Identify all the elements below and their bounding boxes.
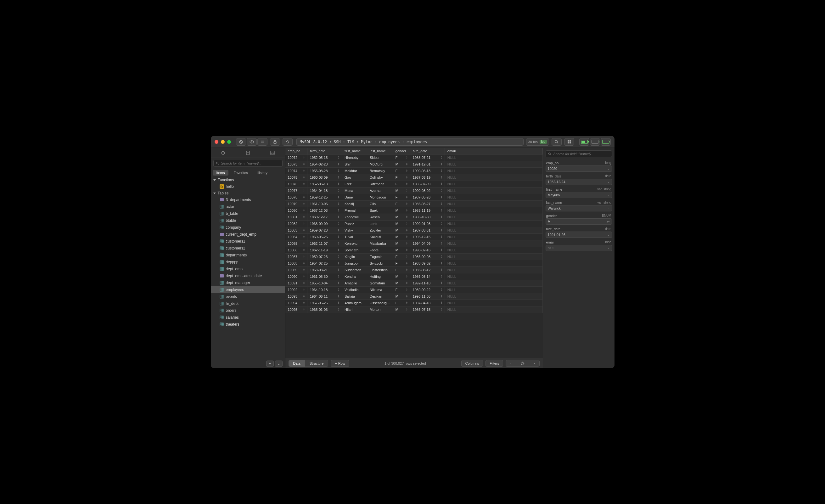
stepper-icon[interactable]: ▴▾ (338, 281, 339, 284)
table-cell[interactable]: 10086▴▾ (285, 247, 307, 254)
list-button[interactable] (257, 138, 268, 146)
stepper-icon[interactable]: ▴▾ (338, 262, 339, 265)
table-cell[interactable]: Erez (342, 181, 367, 188)
table-cell[interactable]: Baek (367, 207, 393, 214)
table-cell[interactable]: 1964-06-11▴▾ (307, 293, 342, 300)
stepper-icon[interactable]: ▴▾ (303, 281, 305, 284)
stepper-icon[interactable]: ▴▾ (303, 275, 305, 278)
stepper-icon[interactable]: ▴▾ (406, 209, 407, 212)
stepper-icon[interactable]: ▴▾ (406, 308, 407, 311)
minimize-window-button[interactable] (221, 140, 225, 144)
table-cell[interactable]: 1987-05-26▴▾ (410, 194, 445, 201)
table-cell[interactable]: 10078▴▾ (285, 194, 307, 201)
sidebar-search[interactable] (213, 160, 283, 167)
table-cell[interactable]: 1990-01-03▴▾ (410, 221, 445, 227)
stepper-icon[interactable]: ▴▾ (406, 241, 407, 245)
stepper-icon[interactable]: ▴▾ (303, 215, 305, 218)
data-grid[interactable]: emp_nobirth_datefirst_namelast_namegende… (285, 148, 543, 358)
table-cell[interactable]: 10074▴▾ (285, 168, 307, 174)
table-row[interactable]: 10082▴▾1963-09-09▴▾ParvizLortzM▴▾1990-01… (285, 221, 543, 227)
table-cell[interactable]: Azuma (367, 188, 393, 194)
table-cell[interactable]: 1989-09-22▴▾ (410, 287, 445, 293)
field-value-last_name[interactable]: Warwick⌄ (546, 205, 612, 211)
stepper-icon[interactable]: ▴▾ (303, 182, 305, 185)
add-row-button[interactable]: +Row (331, 360, 349, 367)
tree-item-hr_dept[interactable]: hr_dept (211, 300, 285, 307)
table-cell[interactable]: 1965-01-03▴▾ (307, 306, 342, 313)
field-value-hire_date[interactable]: 1991-01-26⌄ (546, 231, 612, 238)
table-cell[interactable]: McClurg (367, 161, 393, 168)
disconnect-button[interactable] (236, 138, 246, 146)
table-cell[interactable]: 1985-07-09▴▾ (410, 181, 445, 188)
table-cell[interactable]: 1963-03-21▴▾ (307, 267, 342, 273)
stepper-icon[interactable]: ▴▾ (441, 189, 442, 192)
table-cell[interactable]: Danel (342, 194, 367, 201)
stepper-icon[interactable]: ▴▾ (338, 268, 339, 271)
table-row[interactable]: 10084▴▾1960-05-25▴▾TuvalKalloufiM▴▾1995-… (285, 234, 543, 240)
inspector-search[interactable] (546, 150, 612, 157)
column-header-birth_date[interactable]: birth_date (307, 148, 342, 154)
table-cell[interactable]: 1952-05-15▴▾ (307, 154, 342, 161)
table-cell[interactable]: Ritzmann (367, 181, 393, 188)
stepper-icon[interactable]: ▴▾ (406, 268, 407, 271)
table-cell[interactable]: NULL (445, 260, 470, 267)
tree-item-departments[interactable]: departments (211, 252, 285, 259)
stepper-icon[interactable]: ▴▾ (441, 175, 442, 179)
table-cell[interactable]: Foote (367, 247, 393, 254)
table-cell[interactable]: 10077▴▾ (285, 188, 307, 194)
stepper-icon[interactable]: ▴▾ (303, 209, 305, 212)
stepper-icon[interactable]: ▴▾ (406, 182, 407, 185)
stepper-icon[interactable]: ▴▾ (441, 308, 442, 311)
table-cell[interactable]: Xinglin (342, 254, 367, 260)
data-view-button[interactable]: Data (289, 360, 305, 366)
table-cell[interactable]: 1963-09-09▴▾ (307, 221, 342, 227)
prev-page-button[interactable]: ‹ (506, 360, 516, 366)
table-cell[interactable]: 1986-03-27▴▾ (410, 201, 445, 207)
stepper-icon[interactable]: ▴▾ (338, 202, 339, 205)
table-cell[interactable]: 10080▴▾ (285, 207, 307, 214)
stepper-icon[interactable]: ▴▾ (338, 308, 339, 311)
tree-item-current_dept_emp[interactable]: current_dept_emp (211, 231, 285, 238)
table-cell[interactable]: Dolinsky (367, 174, 393, 181)
table-cell[interactable]: 10090▴▾ (285, 273, 307, 280)
stepper-icon[interactable]: ▴▾ (406, 175, 407, 179)
table-cell[interactable]: NULL (445, 161, 470, 168)
stepper-icon[interactable]: ▴▾ (406, 156, 407, 159)
stepper-icon[interactable]: ▴▾ (303, 241, 305, 245)
table-cell[interactable]: NULL (445, 234, 470, 240)
table-cell[interactable]: 1957-05-25▴▾ (307, 300, 342, 306)
stepper-icon[interactable]: ▴▾ (303, 235, 305, 238)
table-cell[interactable]: 1987-03-19▴▾ (410, 174, 445, 181)
stepper-icon[interactable]: ▴▾ (338, 209, 339, 212)
table-cell[interactable]: F▴▾ (393, 254, 410, 260)
table-cell[interactable]: Flasterstein (367, 267, 393, 273)
breadcrumb[interactable]: MySQL 8.0.12 : SSH : TLS : Myloc : emplo… (296, 138, 524, 146)
tree-item-btable[interactable]: btable (211, 217, 285, 224)
stepper-icon[interactable]: ▴▾ (338, 175, 339, 179)
grid-button[interactable] (564, 138, 574, 146)
tree-item-orders[interactable]: orders (211, 307, 285, 314)
tree-item-theaters[interactable]: theaters (211, 321, 285, 328)
table-cell[interactable]: Mondadori (367, 194, 393, 201)
tree-item-customers1[interactable]: customers1 (211, 238, 285, 245)
table-cell[interactable]: F▴▾ (393, 267, 410, 273)
field-value-email[interactable]: NULL⌄ (546, 245, 612, 251)
table-cell[interactable]: NULL (445, 240, 470, 247)
stepper-icon[interactable]: ▴▾ (441, 215, 442, 218)
table-cell[interactable]: Eugenio (367, 254, 393, 260)
table-row[interactable]: 10079▴▾1961-10-05▴▾KshitijGilsF▴▾1986-03… (285, 201, 543, 207)
tree-item-events[interactable]: events (211, 293, 285, 300)
stepper-icon[interactable]: ▴▾ (303, 175, 305, 179)
stepper-icon[interactable]: ▴▾ (441, 182, 442, 185)
table-cell[interactable]: 1962-11-19▴▾ (307, 247, 342, 254)
table-cell[interactable]: NULL (445, 207, 470, 214)
stepper-icon[interactable]: ▴▾ (303, 228, 305, 231)
stepper-icon[interactable]: ▴▾ (338, 189, 339, 192)
stepper-icon[interactable]: ▴▾ (406, 255, 407, 258)
tree-item-salaries[interactable]: salaries (211, 314, 285, 321)
stepper-icon[interactable]: ▴▾ (338, 195, 339, 199)
table-cell[interactable]: NULL (445, 280, 470, 287)
stepper-icon[interactable]: ▴▾ (303, 255, 305, 258)
stepper-icon[interactable]: ▴▾ (406, 162, 407, 165)
table-cell[interactable]: Kshitij (342, 201, 367, 207)
